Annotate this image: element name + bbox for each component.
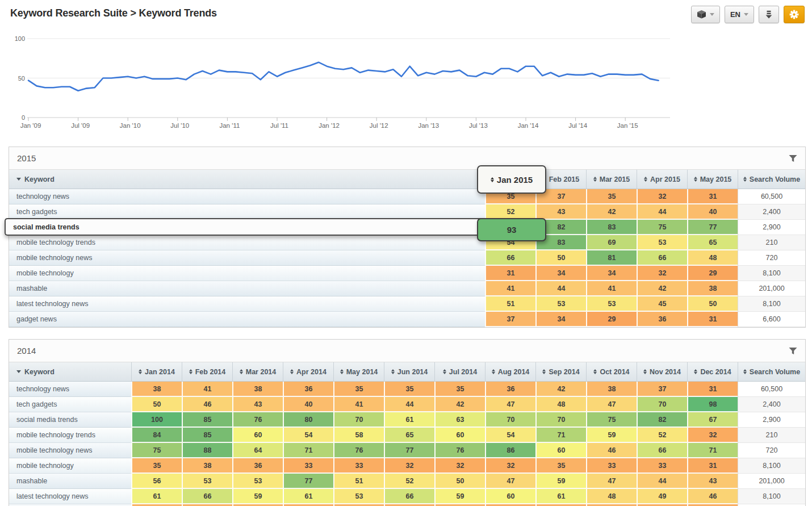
value-cell[interactable]: 41 bbox=[333, 397, 384, 412]
value-cell[interactable]: 44 bbox=[384, 397, 434, 412]
value-cell[interactable]: 41 bbox=[485, 281, 535, 296]
search-volume-header[interactable]: Search Volume bbox=[738, 170, 805, 189]
value-cell[interactable]: 69 bbox=[586, 235, 637, 250]
value-cell[interactable]: 45 bbox=[637, 296, 687, 312]
value-cell[interactable]: 42 bbox=[535, 382, 586, 397]
value-cell[interactable]: 85 bbox=[182, 428, 232, 443]
value-cell[interactable]: 71 bbox=[535, 428, 586, 443]
keyword-cell[interactable]: mashable bbox=[9, 474, 131, 489]
value-cell[interactable]: 58 bbox=[333, 428, 384, 443]
keyword-column-header[interactable]: Keyword bbox=[9, 362, 131, 381]
value-cell[interactable]: 49 bbox=[637, 489, 687, 504]
value-cell[interactable]: 34 bbox=[535, 266, 586, 281]
value-cell[interactable]: 61 bbox=[283, 489, 333, 504]
column-header[interactable]: Oct 2014 bbox=[586, 362, 637, 381]
value-cell[interactable]: 44 bbox=[637, 204, 687, 220]
settings-button[interactable] bbox=[784, 6, 805, 23]
value-cell[interactable]: 31 bbox=[687, 458, 738, 474]
value-cell[interactable]: 36 bbox=[283, 382, 333, 397]
value-cell[interactable]: 33 bbox=[637, 458, 687, 474]
value-cell[interactable]: 75 bbox=[586, 412, 637, 428]
column-header[interactable]: May 2014 bbox=[333, 362, 384, 381]
value-cell[interactable]: 43 bbox=[687, 474, 738, 489]
keyword-cell[interactable]: latest technology news bbox=[9, 296, 485, 312]
value-cell[interactable]: 67 bbox=[687, 412, 738, 428]
value-cell[interactable]: 31 bbox=[687, 189, 738, 204]
value-cell[interactable]: 35 bbox=[384, 382, 434, 397]
value-cell[interactable]: 50 bbox=[434, 474, 485, 489]
keyword-cell[interactable]: gadget news bbox=[9, 312, 485, 327]
value-cell[interactable]: 65 bbox=[384, 428, 434, 443]
value-cell[interactable]: 31 bbox=[687, 312, 738, 327]
value-cell[interactable]: 76 bbox=[333, 443, 384, 458]
filter-icon[interactable] bbox=[789, 347, 797, 355]
value-cell[interactable]: 46 bbox=[586, 443, 637, 458]
value-cell[interactable]: 43 bbox=[535, 204, 586, 220]
value-cell[interactable]: 75 bbox=[131, 443, 182, 458]
value-cell[interactable]: 50 bbox=[535, 250, 586, 266]
value-cell[interactable]: 60 bbox=[535, 443, 586, 458]
value-cell[interactable]: 59 bbox=[535, 474, 586, 489]
value-cell[interactable]: 48 bbox=[535, 397, 586, 412]
value-cell[interactable]: 50 bbox=[687, 296, 738, 312]
value-cell[interactable]: 77 bbox=[384, 443, 434, 458]
value-cell[interactable]: 50 bbox=[131, 397, 182, 412]
value-cell[interactable]: 38 bbox=[131, 382, 182, 397]
value-cell[interactable]: 40 bbox=[687, 204, 738, 220]
keyword-cell[interactable]: mobile technology bbox=[9, 266, 485, 281]
value-cell[interactable]: 85 bbox=[182, 412, 232, 428]
value-cell[interactable]: 38 bbox=[232, 382, 283, 397]
value-cell[interactable]: 59 bbox=[434, 489, 485, 504]
value-cell[interactable]: 35 bbox=[434, 382, 485, 397]
value-cell[interactable]: 35 bbox=[586, 189, 637, 204]
value-cell[interactable]: 54 bbox=[485, 428, 535, 443]
value-cell[interactable]: 44 bbox=[637, 474, 687, 489]
column-header[interactable]: Apr 2015 bbox=[637, 170, 687, 189]
value-cell[interactable]: 41 bbox=[182, 382, 232, 397]
language-button[interactable]: EN bbox=[725, 6, 754, 23]
value-cell[interactable]: 60 bbox=[434, 428, 485, 443]
value-cell[interactable]: 64 bbox=[232, 443, 283, 458]
value-cell[interactable]: 36 bbox=[232, 458, 283, 474]
value-cell[interactable]: 71 bbox=[283, 443, 333, 458]
value-cell[interactable]: 53 bbox=[182, 474, 232, 489]
download-button[interactable] bbox=[759, 6, 779, 23]
keyword-cell[interactable]: mobile technology bbox=[9, 458, 131, 474]
value-cell[interactable]: 32 bbox=[485, 458, 535, 474]
value-cell[interactable]: 42 bbox=[637, 281, 687, 296]
keyword-cell[interactable]: tech gadgets bbox=[9, 204, 485, 220]
value-cell[interactable]: 52 bbox=[637, 428, 687, 443]
value-cell[interactable]: 53 bbox=[232, 474, 283, 489]
keyword-cell[interactable]: mobile technology trends bbox=[9, 235, 485, 250]
value-cell[interactable]: 60 bbox=[232, 428, 283, 443]
keyword-cell[interactable]: technology news bbox=[9, 382, 131, 397]
column-header[interactable]: Nov 2014 bbox=[637, 362, 687, 381]
value-cell[interactable]: 77 bbox=[283, 474, 333, 489]
value-cell[interactable]: 70 bbox=[485, 412, 535, 428]
value-cell[interactable]: 32 bbox=[434, 458, 485, 474]
value-cell[interactable]: 98 bbox=[687, 397, 738, 412]
value-cell[interactable]: 80 bbox=[283, 412, 333, 428]
value-cell[interactable]: 51 bbox=[333, 474, 384, 489]
column-header[interactable]: Jun 2014 bbox=[384, 362, 434, 381]
value-cell[interactable]: 47 bbox=[485, 397, 535, 412]
value-cell[interactable]: 36 bbox=[485, 382, 535, 397]
dragged-row-popup[interactable]: social media trends bbox=[5, 218, 485, 236]
column-header[interactable]: Dec 2014 bbox=[687, 362, 738, 381]
value-cell[interactable]: 37 bbox=[485, 312, 535, 327]
value-cell[interactable]: 35 bbox=[131, 458, 182, 474]
value-cell[interactable]: 66 bbox=[637, 250, 687, 266]
column-header[interactable]: Jul 2014 bbox=[434, 362, 485, 381]
value-cell[interactable]: 31 bbox=[687, 382, 738, 397]
value-cell[interactable]: 51 bbox=[485, 296, 535, 312]
value-cell[interactable]: 40 bbox=[283, 397, 333, 412]
value-cell[interactable]: 53 bbox=[333, 489, 384, 504]
value-cell[interactable]: 38 bbox=[586, 382, 637, 397]
value-cell[interactable]: 38 bbox=[182, 458, 232, 474]
column-header[interactable]: Mar 2015 bbox=[586, 170, 637, 189]
column-header[interactable]: Mar 2014 bbox=[232, 362, 283, 381]
value-cell[interactable]: 76 bbox=[434, 443, 485, 458]
value-cell[interactable]: 32 bbox=[637, 266, 687, 281]
value-cell[interactable]: 61 bbox=[131, 489, 182, 504]
value-cell[interactable]: 32 bbox=[384, 458, 434, 474]
